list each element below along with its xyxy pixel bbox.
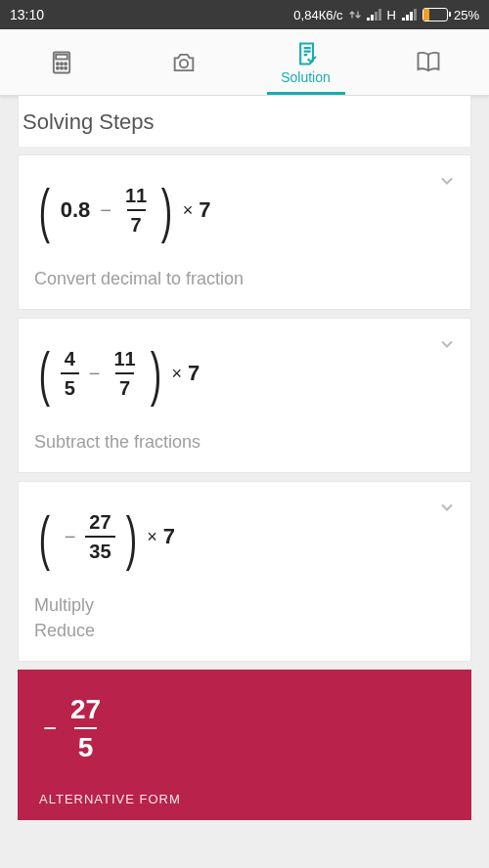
- multiplier: 7: [163, 524, 175, 549]
- calculator-icon: [48, 49, 75, 76]
- fraction-b: 11 7: [121, 184, 151, 237]
- result-fraction: 27 5: [67, 693, 105, 764]
- tab-bar: Solution: [0, 29, 489, 96]
- data-transfer-icon: [349, 9, 361, 21]
- paren-left: (: [39, 186, 50, 235]
- battery-icon: [422, 8, 448, 22]
- step-expression: ( 0.8 − 11 7 ) × 7: [34, 175, 455, 245]
- multiplier: 7: [199, 197, 210, 223]
- fraction-a: 4 5: [61, 347, 79, 400]
- status-right: 0,84К6/с H 25%: [293, 8, 479, 22]
- step-label: Multiply Reduce: [34, 593, 455, 642]
- tab-solution[interactable]: Solution: [244, 29, 367, 95]
- svg-rect-1: [56, 54, 67, 59]
- signal-bars-1: [367, 9, 381, 21]
- svg-point-2: [56, 63, 58, 65]
- neg-sign: −: [39, 715, 61, 742]
- paren-right: ): [125, 513, 136, 562]
- step-expression: ( − 27 35 ) × 7: [34, 501, 455, 572]
- step-label: Subtract the fractions: [34, 430, 455, 455]
- status-data-rate: 0,84К6/с: [293, 8, 342, 22]
- times-op: ×: [183, 200, 194, 221]
- status-bar: 13:10 0,84К6/с H 25%: [0, 0, 489, 29]
- fraction-b: 11 7: [110, 347, 139, 400]
- result-expression: − 27 5: [39, 693, 450, 764]
- svg-point-7: [65, 66, 67, 68]
- status-time: 13:10: [10, 7, 44, 22]
- svg-point-5: [56, 66, 58, 68]
- paren-right: ): [161, 186, 172, 235]
- tab-solution-label: Solution: [281, 69, 331, 85]
- result-card: − 27 5 ALTERNATIVE FORM: [18, 670, 471, 820]
- step-label: Convert decimal to fraction: [34, 267, 455, 291]
- chevron-down-icon: [437, 334, 457, 358]
- step-card[interactable]: ( 4 5 − 11 7 ) × 7 Subtract the fraction…: [18, 318, 471, 473]
- tab-calculator[interactable]: [0, 29, 122, 95]
- book-icon: [415, 49, 442, 76]
- section-title: Solving Steps: [18, 96, 471, 147]
- svg-point-8: [179, 60, 187, 67]
- chevron-down-icon: [437, 171, 457, 195]
- alternative-form-label: ALTERNATIVE FORM: [39, 792, 450, 806]
- term-a: 0.8: [61, 197, 91, 223]
- times-op: ×: [147, 527, 157, 547]
- paren-right: ): [150, 349, 160, 398]
- svg-point-6: [60, 66, 62, 68]
- fraction-a: 27 35: [85, 510, 114, 563]
- chevron-down-icon: [437, 498, 457, 521]
- times-op: ×: [171, 364, 182, 384]
- paren-left: (: [39, 349, 50, 398]
- step-card[interactable]: ( − 27 35 ) × 7 Multiply Reduce: [18, 481, 471, 661]
- solution-icon: [292, 40, 320, 67]
- content-area: Solving Steps ( 0.8 − 11 7 ) × 7 Convert…: [0, 96, 489, 820]
- multiplier: 7: [188, 361, 200, 386]
- svg-point-4: [65, 63, 67, 65]
- tab-book[interactable]: [367, 29, 489, 95]
- paren-left: (: [39, 513, 50, 562]
- step-card[interactable]: ( 0.8 − 11 7 ) × 7 Convert decimal to fr…: [18, 154, 471, 310]
- minus-op: −: [85, 363, 105, 385]
- camera-icon: [170, 49, 198, 76]
- battery-pct: 25%: [454, 8, 479, 22]
- neg-sign: −: [61, 526, 80, 548]
- network-type: H: [387, 8, 396, 22]
- minus-op: −: [96, 199, 115, 222]
- tab-camera[interactable]: [122, 29, 244, 95]
- step-expression: ( 4 5 − 11 7 ) × 7: [34, 338, 455, 409]
- svg-point-3: [60, 63, 62, 65]
- signal-bars-2: [402, 9, 417, 21]
